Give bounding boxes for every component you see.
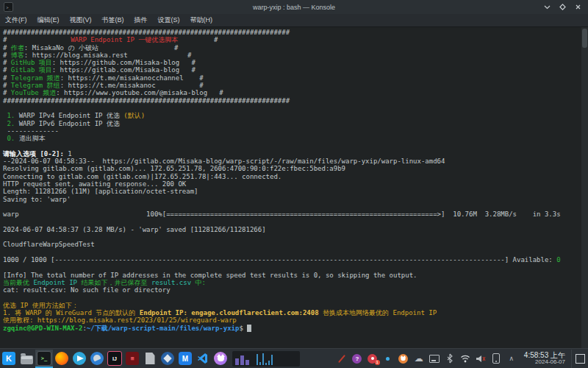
terminal-line: ########################################… bbox=[3, 29, 579, 36]
task-motrix[interactable]: M bbox=[176, 350, 194, 368]
terminal-line: ------------- bbox=[3, 127, 579, 135]
menubar: 文件(F) 编辑(E) 视图(V) 书签(B) 插件 设置(S) 帮助(H) bbox=[0, 14, 588, 27]
terminal-line: 1000 / 1000 [---------------------------… bbox=[3, 256, 579, 263]
terminal-line: # Telegram 频道: https://t.me/misakanoccha… bbox=[3, 74, 579, 82]
terminal-line: Resolving gitlab.com (gitlab.com)... 172… bbox=[3, 165, 579, 172]
terminal-line: 使用教程: https://blog.misaka.rest/2023/01/2… bbox=[3, 316, 579, 324]
terminal-line: 请输入选项 [0-2]: 1 bbox=[3, 150, 579, 158]
volume-muted-icon[interactable] bbox=[476, 353, 486, 364]
motrix-icon: M bbox=[179, 352, 192, 365]
terminal-line: --2024-06-07 04:58:33-- https://gitlab.c… bbox=[3, 158, 579, 165]
vscode-icon bbox=[197, 353, 209, 364]
task-libreoffice[interactable] bbox=[141, 350, 159, 368]
terminal-line: [Info] The total number of IP addresses … bbox=[3, 272, 579, 279]
minimize-button[interactable] bbox=[543, 3, 551, 11]
terminal-line: zgqinc@GPD-WIN-MAX-2:~/下载/warp-script-ma… bbox=[3, 325, 579, 332]
intellij-icon: IJ bbox=[107, 351, 122, 366]
cloud-sync-icon[interactable]: ☁ bbox=[414, 353, 424, 364]
terminal-line: ########################################… bbox=[3, 97, 579, 105]
terminal-line: 0. 退出脚本 bbox=[3, 135, 579, 142]
terminal-line: cat: result.csv: No such file or directo… bbox=[3, 286, 579, 294]
tray-expander-chevron-up-icon[interactable]: ∧ bbox=[506, 353, 517, 364]
menu-bookmarks[interactable]: 书签(B) bbox=[102, 15, 124, 25]
task-konsole-active[interactable]: >_ bbox=[35, 350, 53, 368]
stylus-tool-icon[interactable] bbox=[337, 353, 347, 364]
terminal-line: Saving to: 'warp' bbox=[3, 196, 579, 203]
system-monitor-widget[interactable] bbox=[232, 351, 300, 367]
terminal-line: # GitLab 项目: https://gitlab.com/Misaka-b… bbox=[3, 66, 579, 74]
terminal-line: HTTP request sent, awaiting response... … bbox=[3, 180, 579, 188]
show-desktop-icon bbox=[576, 354, 585, 364]
wifi-icon[interactable] bbox=[460, 353, 470, 364]
terminal-viewport[interactable]: ########################################… bbox=[0, 27, 588, 349]
task-file-manager[interactable] bbox=[18, 350, 35, 368]
terminal-line: 优选 IP 使用方法如下： bbox=[3, 302, 579, 309]
terminal-line bbox=[3, 203, 579, 210]
menu-plugins[interactable]: 插件 bbox=[135, 15, 148, 25]
terminal-line: # YouTube 频道: https://www.youtube.com/@m… bbox=[3, 89, 579, 96]
cat-icon bbox=[214, 352, 227, 365]
menu-settings[interactable]: 设置(S) bbox=[158, 15, 180, 25]
terminal-line bbox=[3, 142, 579, 149]
konsole-window-icon[interactable]: >_ bbox=[4, 2, 13, 12]
unread-badge: 1 bbox=[375, 360, 380, 365]
phone-link-icon[interactable] bbox=[491, 353, 501, 364]
terminal-line: 2024-06-07 04:58:37 (3.28 MB/s) - 'warp'… bbox=[3, 226, 579, 233]
blue-dot-tray-icon[interactable] bbox=[383, 353, 393, 364]
window-title: warp-yxip : bash — Konsole bbox=[0, 4, 588, 11]
kde-launcher-button[interactable]: K bbox=[0, 350, 18, 368]
terminal-line bbox=[3, 218, 579, 225]
menu-view[interactable]: 视图(V) bbox=[70, 15, 92, 25]
terminal-line: # WARP Endpoint IP 一键优选脚本 # bbox=[3, 36, 579, 43]
terminal-line bbox=[3, 263, 579, 271]
menu-file[interactable]: 文件(F) bbox=[5, 15, 27, 25]
clock[interactable]: 4:58:53 上午 2024-06-07 bbox=[524, 352, 565, 366]
terminal-line: 1. 将 WARP 的 WireGuard 节点的默认的 Endpoint IP… bbox=[3, 309, 579, 316]
task-red-app[interactable]: ▦ bbox=[123, 350, 141, 368]
terminal-scrollbar-thumb[interactable] bbox=[582, 29, 587, 48]
folder-icon bbox=[21, 355, 33, 364]
maximize-button[interactable] bbox=[559, 3, 567, 11]
screencast-icon[interactable] bbox=[429, 353, 440, 364]
terminal-line: # 博客: https://blog.misaka.rest # bbox=[3, 52, 579, 59]
bluetooth-icon[interactable] bbox=[445, 353, 455, 364]
terminal-scrollbar[interactable] bbox=[581, 27, 588, 349]
konsole-window-icon-glyph: >_ bbox=[6, 5, 10, 10]
window-titlebar[interactable]: >_ warp-yxip : bash — Konsole bbox=[0, 0, 588, 14]
kde-logo-icon: K bbox=[2, 352, 15, 365]
terminal-line bbox=[3, 105, 579, 112]
clock-date: 2024-06-07 bbox=[524, 359, 565, 365]
show-desktop-button[interactable] bbox=[571, 350, 588, 368]
terminal-line: CloudflareWarpSpeedTest bbox=[3, 241, 579, 248]
terminal-line: # GitHub 项目: https://github.com/Misaka-b… bbox=[3, 59, 579, 66]
clash-tray-icon[interactable] bbox=[398, 353, 409, 364]
terminal-output: ########################################… bbox=[3, 29, 579, 332]
close-button[interactable] bbox=[574, 3, 582, 11]
red-app-icon: ▦ bbox=[126, 352, 139, 365]
terminal-line: # 作者: MisakaNo の 小破站 # bbox=[3, 44, 579, 52]
help-tray-icon[interactable]: ? bbox=[352, 353, 362, 364]
terminal-line: 1. WARP IPv4 Endpoint IP 优选 (默认) bbox=[3, 112, 579, 119]
terminal-line: 2. WARP IPv6 Endpoint IP 优选 bbox=[3, 120, 579, 127]
terminal-line: # Telegram 群组: https://t.me/misakanoc # bbox=[3, 82, 579, 89]
task-firefox[interactable] bbox=[53, 350, 71, 368]
task-virtualbox[interactable] bbox=[159, 350, 176, 368]
terminal-line: warp 100%[==============================… bbox=[3, 210, 579, 218]
task-bird-app[interactable] bbox=[88, 350, 106, 368]
terminal-line bbox=[3, 294, 579, 301]
cube-icon bbox=[161, 352, 174, 365]
task-vscode[interactable] bbox=[194, 350, 212, 368]
menu-edit[interactable]: 编辑(E) bbox=[37, 15, 60, 25]
firefox-icon bbox=[55, 352, 68, 365]
task-clash[interactable] bbox=[212, 350, 229, 368]
menu-help[interactable]: 帮助(H) bbox=[190, 15, 213, 25]
taskbar: K >_ IJ ▦ M ? 1 ☁ bbox=[0, 348, 588, 368]
task-intellij[interactable]: IJ bbox=[106, 350, 123, 368]
task-telegram[interactable] bbox=[71, 350, 88, 368]
telegram-icon bbox=[73, 352, 86, 365]
terminal-line: Length: 11281266 (11M) [application/octe… bbox=[3, 188, 579, 195]
terminal-line bbox=[3, 233, 579, 241]
document-icon bbox=[146, 353, 155, 364]
terminal-line: Connecting to gitlab.com (gitlab.com)|17… bbox=[3, 173, 579, 180]
chat-tray-icon[interactable]: 1 bbox=[368, 353, 378, 364]
